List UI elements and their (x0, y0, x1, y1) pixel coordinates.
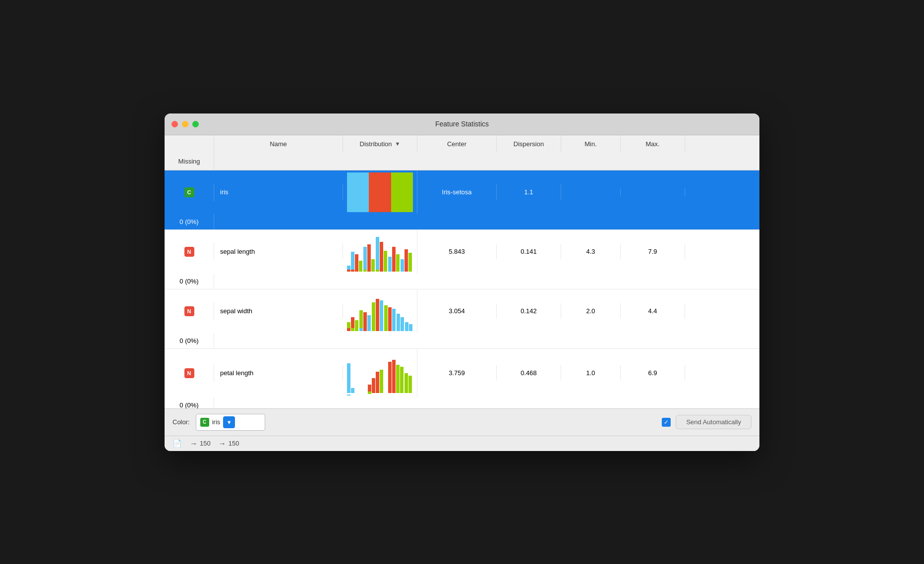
col-header-min: Min. (561, 135, 621, 153)
row-name-cell: iris (214, 184, 343, 200)
row-center-cell: 5.843 (417, 244, 497, 259)
row-min-cell: 1.0 (561, 365, 621, 381)
svg-rect-35 (384, 305, 388, 331)
col-header-distribution[interactable]: Distribution ▼ (343, 135, 417, 153)
svg-rect-54 (396, 365, 400, 393)
type-badge-c: C (184, 187, 194, 197)
svg-rect-12 (396, 254, 400, 272)
row-name-cell: sepal width (214, 303, 343, 319)
row-max-cell: 4.4 (621, 303, 685, 319)
col-header-center: Center (417, 135, 497, 153)
status-input: → 150 (190, 439, 211, 448)
table-row[interactable]: N sepal width (165, 289, 759, 349)
color-value: iris (212, 418, 221, 426)
col-header-missing: Missing (165, 153, 214, 170)
histogram-petal-length (347, 351, 413, 395)
type-badge-n: N (184, 306, 194, 316)
row-missing-cell: 0 (0%) (165, 274, 214, 289)
row-max-cell: 7.9 (621, 244, 685, 259)
table-row[interactable]: N sepal length (165, 230, 759, 289)
row-center-cell: 3.759 (417, 365, 497, 381)
type-badge-n: N (184, 247, 194, 257)
svg-rect-40 (405, 322, 408, 331)
svg-rect-56 (404, 373, 408, 393)
output-icon: → (219, 439, 226, 448)
color-iris-badge: C (200, 418, 209, 427)
svg-rect-41 (409, 324, 412, 331)
minimize-button[interactable] (182, 121, 188, 127)
row-type-cell: N (165, 243, 214, 261)
row-center-cell: Iris-setosa (417, 184, 497, 200)
categorical-bars (347, 172, 413, 212)
table-row[interactable]: N petal length (165, 349, 759, 408)
table-row[interactable]: C iris Iris-setosa 1.1 0 (0%) (165, 170, 759, 230)
color-dropdown-button[interactable]: ▼ (223, 416, 235, 428)
svg-rect-46 (347, 363, 350, 393)
svg-rect-45 (359, 328, 363, 331)
svg-rect-1 (351, 252, 354, 272)
svg-rect-31 (367, 315, 371, 331)
row-dist-cell (343, 349, 417, 397)
svg-rect-25 (376, 270, 379, 272)
row-missing-cell: 0 (0%) (165, 397, 214, 408)
row-name-text: petal length (220, 369, 253, 377)
svg-rect-36 (388, 307, 392, 331)
svg-rect-14 (404, 249, 408, 272)
row-name-cell: petal length (214, 365, 343, 381)
status-output: → 150 (219, 439, 239, 448)
svg-rect-44 (351, 328, 354, 331)
row-dist-cell (343, 230, 417, 274)
svg-rect-28 (355, 320, 358, 331)
col-header-empty (165, 135, 214, 153)
status-doc: 📄 (173, 439, 182, 448)
document-icon: 📄 (173, 439, 182, 448)
svg-rect-39 (401, 317, 404, 331)
svg-rect-22 (347, 270, 350, 272)
col-header-dispersion: Dispersion (497, 135, 561, 153)
svg-rect-62 (347, 395, 350, 395)
titlebar: Feature Statistics (165, 113, 759, 135)
table-header: Name Distribution ▼ Center Dispersion Mi… (165, 135, 759, 170)
svg-rect-32 (372, 302, 375, 331)
window-title: Feature Statistics (435, 120, 489, 128)
svg-rect-49 (372, 378, 375, 393)
row-type-cell: N (165, 364, 214, 382)
close-button[interactable] (172, 121, 178, 127)
svg-rect-53 (392, 360, 396, 393)
row-center-cell: 3.054 (417, 303, 497, 319)
color-dropdown[interactable]: C iris ▼ (196, 414, 265, 431)
svg-rect-50 (376, 372, 379, 393)
row-type-cell: N (165, 302, 214, 320)
svg-rect-15 (408, 253, 412, 272)
histogram-sepal-width (347, 291, 413, 331)
svg-rect-61 (368, 392, 371, 394)
svg-rect-23 (351, 270, 354, 272)
svg-rect-13 (401, 259, 404, 272)
row-type-cell: C (165, 183, 214, 201)
svg-rect-2 (355, 254, 358, 272)
row-name-text: sepal width (220, 307, 252, 315)
row-dispersion-cell: 1.1 (497, 184, 561, 200)
svg-rect-5 (367, 244, 371, 272)
row-name-text: sepal length (220, 248, 255, 255)
type-badge-n: N (184, 368, 194, 378)
statusbar: 📄 → 150 → 150 (165, 436, 759, 451)
svg-rect-7 (376, 237, 379, 272)
send-auto-section: ✓ Send Automatically (662, 415, 751, 429)
svg-rect-47 (351, 388, 354, 393)
col-header-max: Max. (621, 135, 685, 153)
table-body: C iris Iris-setosa 1.1 0 (0%) (165, 170, 759, 408)
svg-rect-37 (392, 309, 396, 331)
send-automatically-button[interactable]: Send Automatically (676, 415, 751, 429)
svg-rect-55 (400, 367, 404, 393)
row-name-text: iris (220, 188, 229, 196)
svg-rect-30 (363, 312, 367, 331)
svg-rect-8 (380, 242, 383, 272)
row-dispersion-cell: 0.142 (497, 303, 561, 319)
table-content: Name Distribution ▼ Center Dispersion Mi… (165, 135, 759, 408)
maximize-button[interactable] (192, 121, 199, 127)
cat-bar-green (391, 172, 413, 212)
row-missing-cell: 0 (0%) (165, 333, 214, 348)
send-auto-checkbox[interactable]: ✓ (662, 418, 671, 427)
row-min-cell: 4.3 (561, 244, 621, 259)
